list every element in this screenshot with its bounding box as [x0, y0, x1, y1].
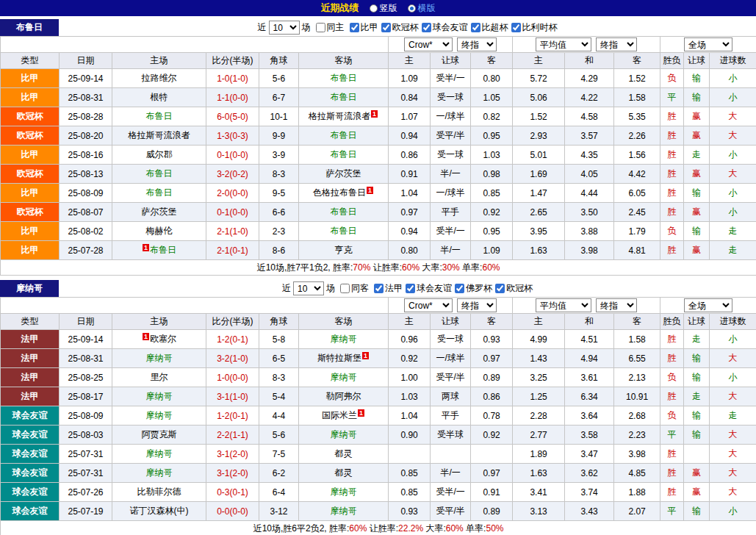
match-row: 欧冠杯25-08-20格拉斯哥流浪者1-3(0-3)9-9布鲁日0.94受平/半… — [1, 126, 756, 146]
league-filter[interactable]: 欧冠杯 — [492, 282, 533, 295]
league-filter[interactable]: 比甲 — [347, 21, 378, 34]
layout-option[interactable]: 横版 — [408, 2, 436, 15]
same-venue-filter[interactable]: 同客 — [337, 282, 369, 295]
away-team-cell: 布鲁日 — [299, 203, 389, 222]
avg-time-select[interactable]: 终指 — [596, 37, 637, 51]
layout-option[interactable]: 竖版 — [370, 2, 397, 15]
league-checkbox[interactable] — [455, 284, 464, 293]
league-type-badge: 球会友谊 — [1, 406, 60, 426]
result-goals-cell: 小 — [710, 502, 756, 521]
corners-cell: 5-6 — [259, 426, 299, 445]
score-cell: 0-1(0-0) — [206, 146, 259, 165]
corners-cell: 6-5 — [259, 349, 299, 368]
league-type-badge: 欧冠杯 — [1, 126, 60, 146]
score-cell: 3-1(2-0) — [206, 445, 259, 464]
result-goals-cell: 走 — [710, 241, 756, 260]
league-filter[interactable]: 球会友谊 — [419, 21, 468, 34]
odds-company-select[interactable]: Crow* — [404, 37, 453, 51]
avg-time-select[interactable]: 终指 — [596, 298, 637, 312]
corners-cell: 5-8 — [259, 330, 299, 349]
match-count-select[interactable]: 10 — [293, 281, 324, 295]
odds-home-cell: 0.97 — [389, 203, 431, 222]
team-tab[interactable]: 摩纳哥 — [0, 280, 59, 297]
summary-value: 60% — [349, 523, 367, 534]
avg-draw-cell: 3.64 — [565, 406, 614, 426]
radio-icon — [408, 4, 416, 12]
away-team-cell: 国际米兰1 — [299, 406, 389, 426]
corners-cell: 5-6 — [259, 69, 299, 88]
avg-select[interactable]: 平均值 — [536, 37, 591, 51]
league-filter[interactable]: 球会友谊 — [403, 282, 452, 295]
match-date-cell: 25-09-14 — [60, 330, 112, 349]
odds-handicap-cell: 受一球 — [431, 146, 471, 165]
match-rows: 法甲25-09-141欧塞尔1-2(0-1)5-8摩纳哥0.96受一球0.934… — [1, 330, 756, 521]
match-date-cell: 25-08-09 — [60, 184, 112, 203]
home-team-cell: 1布鲁日 — [112, 241, 206, 260]
team-name: 国际米兰 — [322, 410, 357, 420]
result-goals-cell: 大 — [710, 426, 756, 445]
odds-away-cell: 0.82 — [471, 107, 513, 126]
avg-home-cell: 4.99 — [513, 330, 565, 349]
league-checkbox[interactable] — [350, 23, 359, 32]
match-row: 法甲25-08-17摩纳哥3-1(1-0)5-4勒阿弗尔1.03两球0.861.… — [1, 387, 756, 406]
match-count-select[interactable]: 10 — [269, 21, 300, 35]
odds-company-select[interactable]: Crow* — [404, 298, 453, 312]
same-venue-checkbox[interactable] — [340, 284, 350, 293]
league-filter[interactable]: 欧冠杯 — [378, 21, 419, 34]
league-filter[interactable]: 佛罗杯 — [452, 282, 492, 295]
summary-value: 60% — [446, 523, 464, 534]
league-checkbox[interactable] — [471, 23, 480, 32]
league-type-badge: 比甲 — [1, 146, 60, 165]
avg-home-cell: 2.93 — [513, 126, 565, 146]
section-head: 布鲁日 近 10 场 同主 比甲欧冠杯球会友谊比超杯比利时杯 — [0, 19, 756, 36]
rank-badge: 1 — [362, 352, 369, 359]
score-cell: 1-0(1-0) — [206, 69, 259, 88]
scope-select[interactable]: 全场 — [684, 37, 732, 51]
result-wdl-cell: 胜 — [660, 445, 684, 464]
odds-away-cell: 0.89 — [471, 368, 513, 387]
league-filter[interactable]: 比超杯 — [468, 21, 508, 34]
league-checkbox[interactable] — [495, 284, 505, 293]
same-venue-filter[interactable]: 同主 — [313, 21, 345, 34]
odds-time-select[interactable]: 终指 — [457, 37, 497, 51]
league-checkbox[interactable] — [511, 23, 521, 32]
avg-home-cell: 3.41 — [513, 483, 565, 502]
corners-cell: 8-6 — [259, 241, 299, 260]
avg-draw-cell: 4.94 — [565, 349, 614, 368]
column-header: 客 — [614, 53, 660, 69]
avg-away-cell: 6.55 — [614, 349, 660, 368]
odds-time-select[interactable]: 终指 — [457, 298, 497, 312]
league-checkbox[interactable] — [374, 284, 384, 293]
match-row: 比甲25-07-281布鲁日2-1(0-1)8-6亨克0.80半/一1.091.… — [1, 241, 756, 260]
same-venue-label: 同客 — [351, 282, 369, 295]
league-checkbox[interactable] — [406, 284, 415, 293]
odds-home-cell: 0.94 — [389, 222, 431, 241]
score-cell: 3-1(1-0) — [206, 387, 259, 406]
score-cell: 1-1(0-0) — [206, 88, 259, 107]
result-goals-cell: 大 — [710, 349, 756, 368]
odds-handicap-cell: 平手 — [431, 203, 471, 222]
column-header: 让球 — [684, 53, 710, 69]
league-filter[interactable]: 比利时杯 — [508, 21, 558, 34]
team-tab[interactable]: 布鲁日 — [0, 19, 59, 36]
result-goals-cell: 小 — [710, 146, 756, 165]
away-team-cell: 色格拉布鲁日1 — [299, 184, 389, 203]
league-checkbox[interactable] — [381, 23, 391, 32]
avg-home-cell: 3.95 — [513, 222, 565, 241]
filters: 近 10 场 同主 比甲欧冠杯球会友谊比超杯比利时杯 — [59, 19, 756, 36]
odds-away-cell: 0.89 — [471, 502, 513, 521]
home-team-cell: 诺丁汉森林(中) — [112, 502, 206, 521]
team-name: 梅赫伦 — [146, 226, 173, 236]
odds-away-cell — [471, 445, 513, 464]
team-name: 格拉斯哥流浪者 — [309, 111, 370, 121]
same-venue-checkbox[interactable] — [316, 23, 325, 32]
scope-select[interactable]: 全场 — [684, 298, 732, 312]
odds-home-cell: 0.80 — [389, 241, 431, 260]
league-label: 比超杯 — [482, 21, 508, 34]
league-filter[interactable]: 法甲 — [371, 282, 403, 295]
league-checkbox[interactable] — [422, 23, 431, 32]
result-handicap-cell: 输 — [684, 368, 710, 387]
avg-select[interactable]: 平均值 — [536, 298, 591, 312]
avg-away-cell: 2.13 — [614, 368, 660, 387]
odds-home-cell: 1.04 — [389, 406, 431, 426]
